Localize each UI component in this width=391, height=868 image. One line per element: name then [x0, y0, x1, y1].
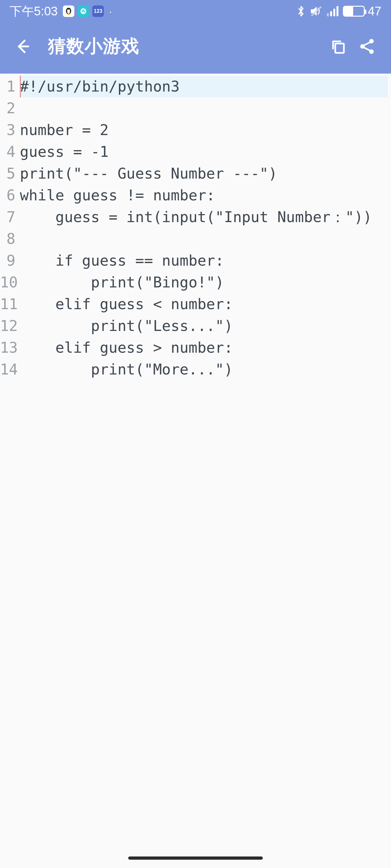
line-number: 3: [0, 119, 16, 141]
battery-percent: 47: [368, 4, 381, 18]
code-line[interactable]: print("Bingo!"): [20, 271, 388, 293]
line-number: 4: [0, 141, 16, 163]
line-number-gutter: 1234567891011121314: [0, 73, 18, 868]
code-line[interactable]: print("Less..."): [20, 315, 388, 337]
code-line[interactable]: #!/usr/bin/python3: [20, 75, 388, 97]
signal-icon: [327, 6, 338, 16]
code-line[interactable]: print("--- Guess Number ---"): [20, 163, 388, 184]
share-button[interactable]: [353, 34, 381, 59]
code-line[interactable]: guess = -1: [20, 141, 388, 163]
code-line[interactable]: elif guess > number:: [20, 337, 388, 359]
line-number: 11: [0, 293, 16, 315]
code-line[interactable]: if guess == number:: [20, 250, 388, 271]
code-editor[interactable]: 1234567891011121314 #!/usr/bin/python3nu…: [0, 73, 391, 868]
code-line[interactable]: elif guess < number:: [20, 293, 388, 315]
bluetooth-icon: [297, 5, 305, 17]
home-indicator[interactable]: [128, 857, 263, 860]
code-content[interactable]: #!/usr/bin/python3number = 2guess = -1pr…: [18, 73, 391, 868]
svg-point-5: [80, 8, 86, 14]
line-number: 5: [0, 163, 16, 184]
code-line[interactable]: [20, 228, 388, 250]
line-number: 6: [0, 184, 16, 206]
svg-point-4: [67, 13, 69, 15]
page-title: 猜数小游戏: [48, 34, 324, 59]
svg-point-3: [69, 9, 70, 11]
line-number: 14: [0, 359, 16, 380]
line-number: 7: [0, 206, 16, 228]
status-right: 47: [297, 4, 381, 18]
notification-count-badge: 123: [92, 5, 104, 17]
code-line[interactable]: number = 2: [20, 119, 388, 141]
code-line[interactable]: guess = int(input("Input Number：")): [20, 206, 388, 228]
qq-app-icon: [63, 5, 74, 17]
code-line[interactable]: print("More..."): [20, 359, 388, 380]
line-number: 8: [0, 228, 16, 250]
line-number: 2: [0, 97, 16, 119]
status-left: 下午5:03 123 ·: [9, 3, 112, 20]
svg-point-2: [67, 9, 68, 11]
line-number: 13: [0, 337, 16, 359]
line-number: 1: [0, 75, 16, 97]
svg-rect-9: [335, 43, 344, 53]
status-bar: 下午5:03 123 · 47: [0, 0, 391, 22]
mute-icon: [310, 5, 323, 17]
status-overflow-dot: ·: [107, 5, 112, 18]
copy-button[interactable]: [324, 34, 353, 59]
back-button[interactable]: [9, 34, 35, 59]
status-time: 下午5:03: [9, 3, 58, 20]
app-icon-2: [78, 5, 89, 17]
line-number: 10: [0, 271, 16, 293]
line-number: 9: [0, 250, 16, 271]
battery-icon: 47: [343, 4, 381, 18]
code-line[interactable]: while guess != number:: [20, 184, 388, 206]
code-line[interactable]: [20, 97, 388, 119]
app-bar: 猜数小游戏: [0, 22, 391, 73]
line-number: 12: [0, 315, 16, 337]
